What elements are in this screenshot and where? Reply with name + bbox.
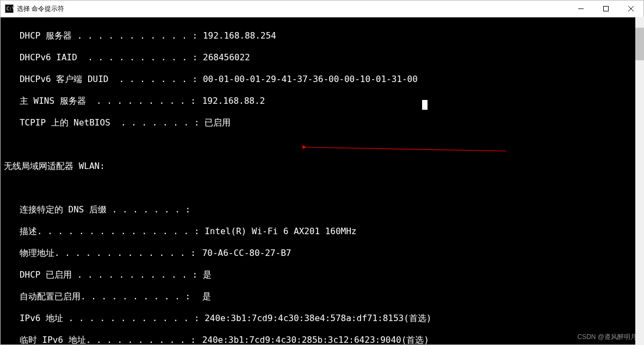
dns-suffix-label: 连接特定的 DNS 后缀 . . . . . . . :	[4, 204, 197, 215]
svg-rect-3	[604, 7, 609, 11]
dhcp-enabled-value: 是	[197, 269, 212, 280]
temp-ipv6-label: 临时 IPv6 地址. . . . . . . . . . :	[4, 335, 197, 344]
dhcpv6-duid-label: DHCPv6 客户端 DUID . . . . . . . :	[4, 74, 197, 85]
maximize-button[interactable]	[593, 1, 618, 17]
dhcp-enabled-label: DHCP 已启用 . . . . . . . . . . . :	[4, 269, 197, 280]
watermark: CSDN @遵风醉明月	[577, 331, 637, 342]
netbios-label: TCPIP 上的 NetBIOS . . . . . . . :	[4, 117, 200, 128]
dhcpv6-duid-value: 00-01-00-01-29-41-37-36-00-00-10-01-31-0…	[197, 74, 418, 85]
terminal-output[interactable]: DHCP 服务器 . . . . . . . . . . . : 192.168…	[1, 17, 643, 344]
dhcp-server-value: 192.168.88.254	[197, 30, 276, 41]
wins-server-label: 主 WINS 服务器 . . . . . . . . . :	[4, 96, 197, 106]
close-button[interactable]	[618, 1, 643, 17]
minimize-button[interactable]	[568, 1, 593, 17]
scrollbar-thumb[interactable]	[635, 28, 644, 60]
temp-ipv6-value: 240e:3b1:7cd9:4c30:285b:3c12:6423:9040(首…	[197, 335, 429, 344]
dhcp-server-label: DHCP 服务器 . . . . . . . . . . . :	[4, 30, 197, 41]
titlebar[interactable]: C:\ 选择 命令提示符	[1, 1, 643, 17]
autoconfig-label: 自动配置已启用. . . . . . . . . . :	[4, 291, 197, 302]
scrollbar-track[interactable]	[635, 17, 644, 345]
cmd-icon: C:\	[5, 4, 14, 13]
netbios-value: 已启用	[200, 117, 231, 128]
wlan-section-header: 无线局域网适配器 WLAN:	[4, 161, 640, 172]
window-title: 选择 命令提示符	[17, 4, 64, 14]
wins-server-value: 192.168.88.2	[197, 96, 265, 106]
description-label: 描述. . . . . . . . . . . . . . . :	[4, 226, 200, 237]
command-prompt-window: C:\ 选择 命令提示符 DHCP 服务器 . . . . . . . . . …	[0, 0, 644, 345]
ipv6-address-value: 240e:3b1:7cd9:4c30:38e4:578a:df71:8153(首…	[200, 313, 432, 324]
autoconfig-value: 是	[197, 291, 211, 302]
svg-text:C:\: C:\	[7, 7, 14, 11]
text-cursor	[422, 100, 428, 110]
physical-address-value: 70-A6-CC-80-27-B7	[197, 248, 291, 259]
ipv6-address-label: IPv6 地址 . . . . . . . . . . . . :	[4, 313, 200, 324]
physical-address-label: 物理地址. . . . . . . . . . . . . :	[4, 248, 197, 259]
description-value: Intel(R) Wi-Fi 6 AX201 160MHz	[200, 226, 357, 237]
dhcpv6-iaid-value: 268456022	[197, 52, 250, 63]
dhcpv6-iaid-label: DHCPv6 IAID . . . . . . . . . . :	[4, 52, 197, 63]
